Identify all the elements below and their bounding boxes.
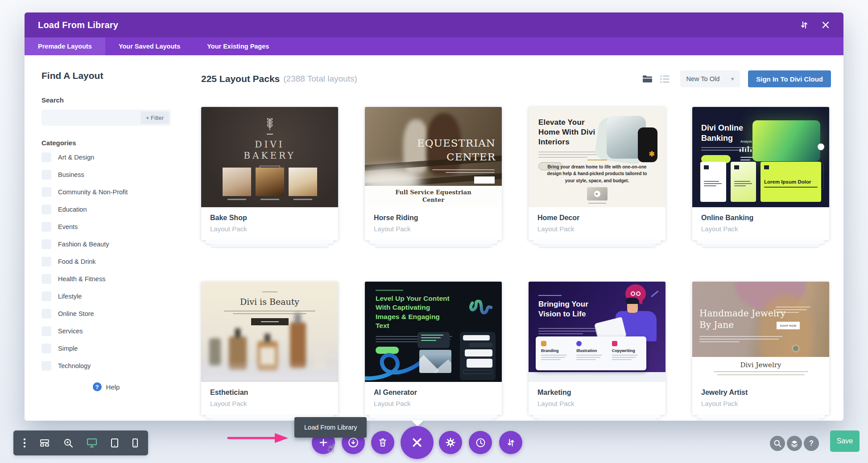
thumb-shop-button: Shop Now [777, 322, 800, 329]
layout-card-esthetician[interactable]: Divi is Beauty Esthetician Layout Pack [201, 282, 338, 421]
category-technology[interactable]: Technology [41, 361, 171, 371]
desktop-view-icon[interactable] [87, 438, 97, 448]
category-art-design[interactable]: Art & Design [41, 152, 171, 162]
category-lifestyle[interactable]: Lifestyle [41, 291, 171, 301]
thumb-heading: Bringing Your Vision to Life [538, 299, 609, 319]
layers-icon [790, 439, 798, 447]
layout-card-marketing[interactable]: Bringing Your Vision to Life Branding Il… [529, 282, 665, 421]
layout-card-jewelry-artist[interactable]: Handmade Jewelry By Jane Shop Now Divi J… [692, 282, 829, 421]
card-title: AI Generator [374, 389, 493, 397]
checkbox[interactable] [41, 326, 51, 336]
checkbox[interactable] [41, 274, 51, 284]
sign-in-divi-cloud-button[interactable]: Sign In To Divi Cloud [748, 70, 831, 87]
tablet-view-icon[interactable] [111, 438, 119, 448]
thumb-subheading: Divi Jewelry [692, 361, 829, 369]
category-fashion-beauty[interactable]: Fashion & Beauty [41, 239, 171, 249]
card-thumbnail: Divi Online Banking Analysis [692, 107, 829, 207]
card-thumbnail: Divi is Beauty [201, 282, 338, 382]
category-events[interactable]: Events [41, 222, 171, 232]
checkbox[interactable] [41, 222, 51, 232]
tooltip: Load From Library [294, 417, 367, 438]
help-link[interactable]: ? Help [41, 382, 171, 391]
checkbox[interactable] [41, 309, 51, 319]
category-simple[interactable]: Simple [41, 344, 171, 353]
question-icon: ? [809, 439, 814, 447]
sort-arrows-icon [506, 438, 516, 447]
layout-card-online-banking[interactable]: Divi Online Banking Analysis [692, 107, 829, 247]
magnifier-icon [773, 439, 781, 447]
checkbox[interactable] [41, 170, 51, 180]
categories-label: Categories [41, 139, 171, 147]
clock-icon [475, 438, 486, 448]
card-title: Online Banking [701, 214, 820, 222]
tab-premade-layouts[interactable]: Premade Layouts [25, 37, 105, 55]
layout-card-horse-riding[interactable]: Equestrian Center Full Service Equestria… [365, 107, 502, 247]
modal-title: Load From Library [38, 20, 118, 30]
checkbox[interactable] [41, 187, 51, 197]
card-title: Esthetician [210, 389, 329, 397]
checkbox[interactable] [41, 361, 51, 371]
category-online-store[interactable]: Online Store [41, 309, 171, 319]
checkbox[interactable] [41, 344, 51, 353]
checkbox[interactable] [41, 291, 51, 301]
layout-packs-heading: 225 Layout Packs [201, 74, 280, 84]
checkbox[interactable] [41, 152, 51, 162]
hint-arrow [227, 432, 291, 444]
card-title: Marketing [537, 389, 657, 397]
phone-view-icon[interactable] [132, 438, 138, 448]
page-zoom-button[interactable] [770, 436, 785, 451]
category-food-drink[interactable]: Food & Drink [41, 257, 171, 266]
card-title: Bake Shop [210, 214, 329, 222]
card-type: Layout Pack [210, 225, 329, 233]
settings-button[interactable] [439, 431, 462, 454]
category-education[interactable]: Education [41, 205, 171, 214]
help-button[interactable]: ? [804, 436, 819, 451]
gear-icon [445, 437, 456, 448]
card-thumbnail: Handmade Jewelry By Jane Shop Now Divi J… [692, 282, 829, 382]
zoom-icon[interactable] [63, 438, 73, 448]
wheat-icon [265, 117, 274, 132]
category-services[interactable]: Services [41, 326, 171, 336]
more-options-icon[interactable] [23, 438, 26, 448]
card-thumbnail: Bringing Your Vision to Life Branding Il… [529, 282, 665, 382]
filter-button[interactable]: + Filter [141, 111, 169, 124]
card-thumbnail: Elevate Your Home With Divi Interiors ✱ [529, 107, 665, 207]
checkbox[interactable] [41, 239, 51, 249]
features-card-graphic: Branding Illustration Copywriting [536, 336, 646, 370]
layers-button[interactable] [787, 436, 802, 451]
category-business[interactable]: Business [41, 170, 171, 180]
card-type: Layout Pack [701, 225, 820, 233]
history-button[interactable] [469, 431, 492, 454]
modal-caret [411, 420, 424, 426]
thumb-heading: Level Up Your Content With Captivating I… [376, 294, 455, 331]
thumb-heading: Equestrian Center [411, 136, 496, 164]
checkbox[interactable] [41, 205, 51, 214]
wireframe-view-icon[interactable] [39, 438, 50, 447]
sidebar-heading: Find A Layout [41, 70, 171, 81]
close-icon[interactable] [821, 20, 830, 29]
sort-dropdown[interactable]: New To Old ▾ [680, 70, 740, 87]
tab-your-saved-layouts[interactable]: Your Saved Layouts [105, 37, 194, 55]
card-thumbnail: Equestrian Center Full Service Equestria… [365, 107, 502, 207]
trash-icon [378, 438, 387, 447]
category-community-non-profit[interactable]: Community & Non-Profit [41, 187, 171, 197]
thumb-paragraph: Bring your dream home to life with one-o… [544, 164, 650, 184]
tab-your-existing-pages[interactable]: Your Existing Pages [194, 37, 282, 55]
close-builder-menu-button[interactable] [401, 426, 434, 459]
portability-button[interactable] [499, 431, 522, 454]
save-button[interactable]: Save [830, 430, 860, 452]
checkbox[interactable] [41, 257, 51, 266]
filter-sidebar: Find A Layout Search + Filter Categories… [25, 55, 176, 421]
sort-direction-icon[interactable] [800, 20, 809, 29]
modal-header: Load From Library [25, 12, 843, 37]
layout-card-home-decor[interactable]: Elevate Your Home With Divi Interiors ✱ [529, 107, 665, 247]
layout-card-bake-shop[interactable]: Divi Bakery Bake Shop Layout Pack [201, 107, 338, 247]
plus-icon [319, 438, 328, 447]
layout-packs-grid: Divi Bakery Bake Shop Layout Pack [201, 107, 831, 421]
list-view-icon[interactable] [660, 75, 670, 83]
clear-layout-button[interactable] [371, 431, 394, 454]
category-health-fitness[interactable]: Health & Fitness [41, 274, 171, 284]
circle-arrow-down-icon [348, 437, 359, 448]
grid-view-icon[interactable] [642, 74, 653, 83]
layout-card-ai-generator[interactable]: Level Up Your Content With Captivating I… [365, 282, 502, 421]
